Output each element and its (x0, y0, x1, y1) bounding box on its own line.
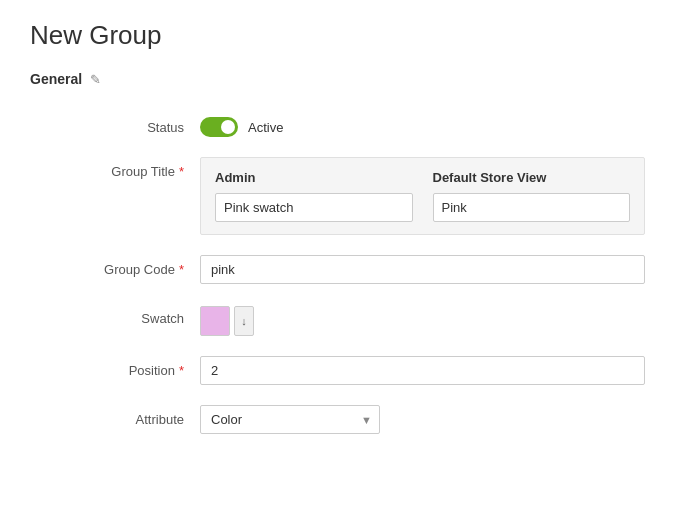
admin-col-input[interactable] (215, 193, 413, 222)
status-row: Status Active (40, 113, 645, 137)
toggle-track (200, 117, 238, 137)
position-label: Position* (40, 356, 200, 378)
group-title-label: Group Title* (40, 157, 200, 179)
status-label: Status (40, 113, 200, 135)
section-header: General ✎ (30, 71, 655, 93)
section-title: General (30, 71, 82, 87)
attribute-label: Attribute (40, 405, 200, 427)
required-star: * (179, 164, 184, 179)
group-title-box: Admin Default Store View (200, 157, 645, 235)
group-code-control (200, 255, 645, 284)
page-container: New Group General ✎ Status Active (0, 0, 685, 474)
status-toggle[interactable] (200, 117, 238, 137)
form-body: Status Active Group Title* (30, 113, 655, 434)
toggle-wrap: Active (200, 113, 645, 137)
swatch-dropdown-button[interactable]: ↓ (234, 306, 254, 336)
attribute-row: Attribute Color Size Material ▼ (40, 405, 645, 434)
store-columns: Admin Default Store View (215, 170, 630, 222)
group-title-row: Group Title* Admin Default Store View (40, 157, 645, 235)
toggle-thumb (221, 120, 235, 134)
default-store-column: Default Store View (433, 170, 631, 222)
swatch-wrap: ↓ (200, 304, 645, 336)
group-title-control: Admin Default Store View (200, 157, 645, 235)
required-star-3: * (179, 363, 184, 378)
admin-col-header: Admin (215, 170, 413, 185)
swatch-color-picker[interactable] (200, 306, 230, 336)
status-control: Active (200, 113, 645, 137)
position-control (200, 356, 645, 385)
admin-column: Admin (215, 170, 413, 222)
attribute-control: Color Size Material ▼ (200, 405, 645, 434)
attribute-select-wrap: Color Size Material ▼ (200, 405, 380, 434)
swatch-control: ↓ (200, 304, 645, 336)
page-title: New Group (30, 20, 655, 51)
swatch-row: Swatch ↓ (40, 304, 645, 336)
default-store-col-input[interactable] (433, 193, 631, 222)
group-code-input[interactable] (200, 255, 645, 284)
position-input[interactable] (200, 356, 645, 385)
group-code-row: Group Code* (40, 255, 645, 284)
edit-icon[interactable]: ✎ (90, 72, 101, 87)
attribute-select[interactable]: Color Size Material (200, 405, 380, 434)
status-value-label: Active (248, 120, 283, 135)
swatch-label: Swatch (40, 304, 200, 326)
required-star-2: * (179, 262, 184, 277)
default-store-col-header: Default Store View (433, 170, 631, 185)
position-row: Position* (40, 356, 645, 385)
group-code-label: Group Code* (40, 255, 200, 277)
